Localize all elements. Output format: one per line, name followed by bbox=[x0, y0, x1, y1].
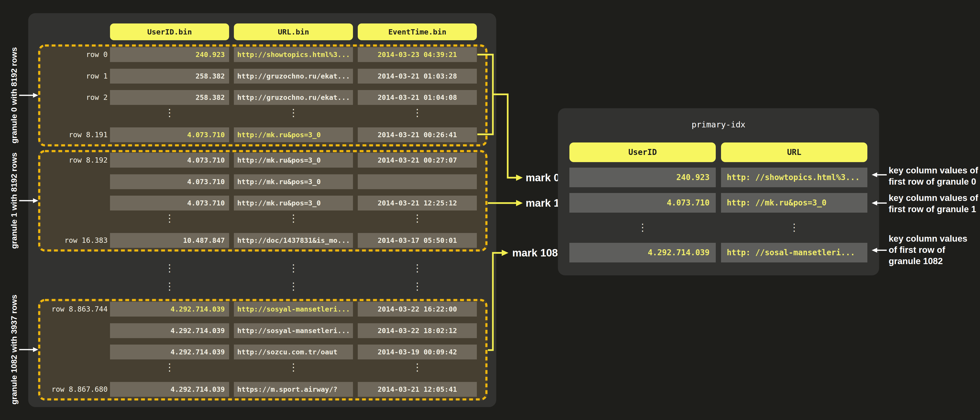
cell-eventtime: 2014-03-23 04:39:21 bbox=[358, 47, 477, 62]
cell-eventtime: 2014-03-21 12:05:41 bbox=[358, 382, 477, 397]
mark-1082-label: mark 1082 bbox=[512, 247, 564, 259]
cell-userid: 4.292.714.039 bbox=[110, 302, 229, 316]
vertical-ellipsis: ⋮ bbox=[234, 278, 353, 294]
vertical-ellipsis: ⋮ bbox=[110, 211, 229, 226]
vertical-ellipsis: ⋮ bbox=[234, 260, 353, 276]
cell-eventtime: 2014-03-21 01:04:08 bbox=[358, 90, 477, 105]
row-label: row 8.192 bbox=[38, 153, 108, 168]
cell-userid: 4.073.710 bbox=[110, 196, 229, 211]
cell-url: http://mk.ru&pos=3_0 bbox=[234, 196, 353, 211]
granule-1082-side-label: granule 1082 with 3937 rows bbox=[10, 294, 19, 404]
cell-eventtime: 2014-03-17 05:50:01 bbox=[358, 233, 477, 248]
row-label: row 16.383 bbox=[38, 233, 108, 248]
cell-url: http://mk.ru&pos=3_0 bbox=[234, 174, 353, 189]
annotation-line: of first row of bbox=[889, 244, 967, 256]
row-label: row 8.867.680 bbox=[38, 382, 108, 397]
vertical-ellipsis: ⋮ bbox=[721, 220, 867, 235]
vertical-ellipsis: ⋮ bbox=[234, 359, 353, 375]
index-cell-userid: 4.073.710 bbox=[570, 193, 716, 212]
annotation-line: first row of granule 0 bbox=[889, 176, 978, 187]
cell-eventtime: 2014-03-22 16:22:00 bbox=[358, 302, 477, 316]
cell-eventtime: 2014-03-21 01:03:28 bbox=[358, 69, 477, 83]
cell-userid: 240.923 bbox=[110, 47, 229, 62]
cell-userid: 4.292.714.039 bbox=[110, 382, 229, 397]
cell-userid: 258.382 bbox=[110, 90, 229, 105]
ellipsis-row: ⋮ ⋮ ⋮ bbox=[38, 359, 487, 375]
cell-url: http://mk.ru&pos=3_0 bbox=[234, 153, 353, 168]
row-label: row 0 bbox=[38, 47, 108, 62]
annotation-granule-0: key column values of first row of granul… bbox=[889, 165, 978, 187]
cell-eventtime: 2014-03-22 18:02:12 bbox=[358, 323, 477, 338]
cell-userid: 4.073.710 bbox=[110, 128, 229, 142]
cell-url: http://sozcu.com.tr/oaut bbox=[234, 345, 353, 359]
vertical-ellipsis: ⋮ bbox=[110, 105, 229, 121]
row-label: row 8.863.744 bbox=[38, 302, 108, 316]
vertical-ellipsis: ⋮ bbox=[234, 105, 353, 121]
cell-url: http://sosyal-mansetleri... bbox=[234, 323, 353, 338]
annotation-line: key column values bbox=[889, 233, 967, 244]
index-cell-url: http: //showtopics.html%3... bbox=[721, 168, 867, 187]
cell-url: http://showtopics.html%3... bbox=[234, 47, 353, 62]
mark-0-arrowhead bbox=[516, 174, 523, 181]
cell-url: http://doc/1437831&is_mo... bbox=[234, 233, 353, 248]
cell-url: http://sosyal-mansetleri... bbox=[234, 302, 353, 316]
vertical-ellipsis: ⋮ bbox=[358, 359, 477, 375]
cell-url: http://mk.ru&pos=3_0 bbox=[234, 128, 353, 142]
cell-userid: 4.292.714.039 bbox=[110, 345, 229, 359]
granule-0-side-label: granule 0 with 8192 rows bbox=[10, 47, 19, 144]
cell-eventtime: 2014-03-21 00:26:41 bbox=[358, 128, 477, 142]
row-label: row 1 bbox=[38, 69, 108, 83]
cell-userid: 10.487.847 bbox=[110, 233, 229, 248]
granule-1082-box: row 8.863.744 4.292.714.039 http://sosya… bbox=[38, 299, 487, 400]
mark-1082-arrowhead bbox=[502, 250, 508, 256]
cell-userid: 258.382 bbox=[110, 69, 229, 83]
cell-userid: 4.292.714.039 bbox=[110, 323, 229, 338]
diagram-stage: UserID.bin URL.bin EventTime.bin row 0 2… bbox=[0, 0, 980, 420]
ellipsis-row: ⋮ ⋮ ⋮ bbox=[38, 211, 487, 226]
row-label bbox=[38, 323, 108, 338]
vertical-ellipsis: ⋮ bbox=[110, 278, 229, 294]
row-label bbox=[38, 196, 108, 211]
row-label: row 8.191 bbox=[38, 128, 108, 142]
index-cell-userid: 240.923 bbox=[570, 168, 716, 187]
ellipsis-row: ⋮ ⋮ bbox=[570, 220, 867, 235]
annotation-line: key column values of bbox=[889, 192, 978, 204]
cell-userid: 4.073.710 bbox=[110, 153, 229, 168]
annotation-line: granule 1082 bbox=[889, 256, 967, 267]
cell-url: https://m.sport.airway/? bbox=[234, 382, 353, 397]
vertical-ellipsis: ⋮ bbox=[358, 211, 477, 226]
annotation-line: first row of granule 1 bbox=[889, 204, 978, 215]
vertical-ellipsis: ⋮ bbox=[570, 220, 716, 235]
index-cell-url: http: //mk.ru&pos=3_0 bbox=[721, 193, 867, 212]
column-header-eventtime-bin: EventTime.bin bbox=[358, 24, 477, 40]
index-column-header-url: URL bbox=[721, 142, 867, 162]
vertical-ellipsis: ⋮ bbox=[358, 278, 477, 294]
cell-url: http://gruzochno.ru/ekat... bbox=[234, 90, 353, 105]
mark-0-connector-line bbox=[493, 94, 516, 178]
cell-eventtime: 2014-03-21 00:27:07 bbox=[358, 153, 477, 168]
cell-eventtime: 2014-03-19 00:09:42 bbox=[358, 345, 477, 359]
ellipsis-row: ⋮ ⋮ ⋮ bbox=[38, 278, 487, 294]
cell-eventtime bbox=[358, 174, 477, 189]
mark-1-label: mark 1 bbox=[526, 197, 560, 209]
annotation-granule-1082: key column values of first row of granul… bbox=[889, 233, 967, 267]
mark-arrowheads bbox=[502, 174, 523, 256]
vertical-ellipsis: ⋮ bbox=[234, 211, 353, 226]
index-column-header-userid: UserID bbox=[570, 142, 716, 162]
annotation-line: key column values of bbox=[889, 165, 978, 176]
granule-1-side-label: granule 1 with 8192 rows bbox=[10, 153, 19, 249]
cell-eventtime: 2014-03-21 12:25:12 bbox=[358, 196, 477, 211]
row-label: row 2 bbox=[38, 90, 108, 105]
column-header-url-bin: URL.bin bbox=[234, 24, 353, 40]
row-label bbox=[38, 174, 108, 189]
ellipsis-row: ⋮ ⋮ ⋮ bbox=[38, 260, 487, 276]
row-label bbox=[38, 345, 108, 359]
annotation-granule-1: key column values of first row of granul… bbox=[889, 192, 978, 215]
index-cell-url: http: //sosal-mansetleri... bbox=[721, 243, 867, 262]
vertical-ellipsis: ⋮ bbox=[110, 260, 229, 276]
mark-1-arrowhead bbox=[516, 200, 523, 206]
mark-0-label: mark 0 bbox=[526, 171, 560, 184]
granule-1-box: row 8.192 4.073.710 http://mk.ru&pos=3_0… bbox=[38, 150, 487, 251]
index-cell-userid: 4.292.714.039 bbox=[570, 243, 716, 262]
cell-userid: 4.073.710 bbox=[110, 174, 229, 189]
